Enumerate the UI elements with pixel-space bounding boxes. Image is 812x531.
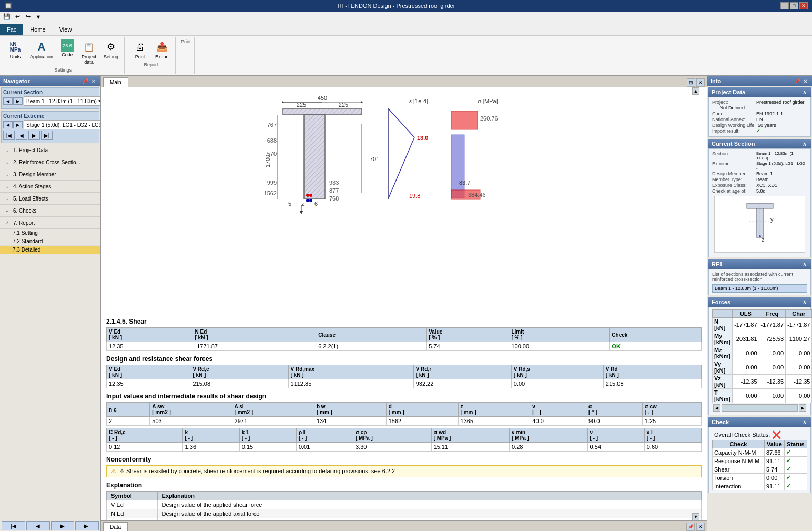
current-section-select[interactable]: Beam 1 - 12.83m (1 - 11.83m) bbox=[24, 96, 101, 106]
it1-d-val: 1562 bbox=[386, 417, 458, 426]
forces-col-blank bbox=[713, 310, 733, 318]
qat-redo[interactable]: ↪ bbox=[23, 13, 33, 21]
forces-mz-label: Mz [kNm] bbox=[713, 346, 733, 360]
forces-my-char: 1100.27 bbox=[786, 332, 812, 346]
it2-k: k[ - ] bbox=[182, 428, 239, 443]
it2-row-1: 0.12 1.36 0.15 0.01 3.30 15.11 0.28 0.54… bbox=[107, 443, 702, 452]
nav-subitem-7-2[interactable]: 7.2 Standard bbox=[0, 237, 100, 246]
application-label: Application bbox=[30, 54, 53, 59]
extreme-first-btn[interactable]: |◀ bbox=[3, 131, 15, 140]
export-button[interactable]: 📤 Export bbox=[152, 38, 172, 61]
nav-last-btn[interactable]: ▶| bbox=[75, 521, 99, 530]
section-prev-button[interactable]: ◀ bbox=[3, 97, 13, 105]
shear-limit: 100.00 bbox=[509, 342, 610, 351]
nav-item-3[interactable]: ⌄ 3. Design Member bbox=[0, 168, 100, 181]
extreme-prev-button[interactable]: ◀ bbox=[3, 121, 13, 128]
tab-view[interactable]: View bbox=[53, 24, 79, 35]
svg-text:z: z bbox=[301, 201, 304, 207]
nav-pin-button[interactable]: 📌 bbox=[82, 77, 89, 85]
qat-save[interactable]: 💾 bbox=[2, 13, 12, 21]
info-close-btn[interactable]: ✕ bbox=[801, 77, 809, 85]
scroll-up-btn[interactable]: ▲ bbox=[692, 87, 699, 95]
forces-n-freq: -1771.87 bbox=[759, 318, 785, 332]
nav-subitem-7-3[interactable]: 7.3 Detailed bbox=[0, 246, 100, 254]
forces-row-n: N [kN] -1771.87 -1771.87 -1771.87 bbox=[713, 318, 812, 332]
dr-row-1: 12.35 215.08 1112.85 932.22 0.00 215.08 bbox=[107, 379, 702, 388]
check-row-shear: Shear 5.74 ✓ bbox=[713, 465, 807, 474]
extreme-next2-btn[interactable]: ▶ bbox=[28, 131, 40, 140]
forces-row-my: My [kNm] 2031.81 725.53 1100.27 bbox=[713, 332, 812, 346]
svg-text:260.76: 260.76 bbox=[480, 115, 498, 122]
nav-item-7[interactable]: ∧ 7. Report bbox=[0, 217, 100, 229]
forces-scroll-right[interactable]: ▶ bbox=[799, 404, 806, 412]
tab-fac[interactable]: Fac bbox=[0, 24, 23, 35]
print-button[interactable]: 🖨 Print bbox=[130, 38, 150, 61]
setting-button[interactable]: ⚙ Setting bbox=[101, 38, 121, 66]
current-extreme-select[interactable]: Stage 1 (5.0d): LG1 - LG2 - LG3 bbox=[24, 120, 101, 129]
qat-dropdown[interactable]: ▼ bbox=[34, 13, 43, 21]
application-button[interactable]: A Application bbox=[27, 38, 56, 66]
check-shear-value: 5.74 bbox=[764, 465, 784, 474]
nav-prev-btn[interactable]: ◀ bbox=[26, 521, 50, 530]
nav-item-1[interactable]: ⌄ 1. Project Data bbox=[0, 144, 100, 156]
qat-undo[interactable]: ↩ bbox=[13, 13, 22, 21]
nav-item-2[interactable]: ⌄ 2. Reinforced Cross-Sectio... bbox=[0, 156, 100, 168]
rf1-beam-entry[interactable]: Beam 1 - 12.83m (1 - 11.83m) bbox=[712, 284, 807, 293]
current-section-collapse[interactable]: ∧ bbox=[800, 140, 808, 147]
forces-collapse[interactable]: ∧ bbox=[800, 298, 808, 306]
bottom-close-btn[interactable]: ✕ bbox=[696, 523, 705, 531]
check-col-check: Check bbox=[713, 440, 765, 448]
nav-close-button[interactable]: ✕ bbox=[90, 77, 97, 85]
ribbon-settings-items: kNMPa Units A Application 25.6 Code 📋 Pr… bbox=[5, 38, 121, 66]
nav-first-btn[interactable]: |◀ bbox=[2, 521, 25, 530]
project-data-collapse[interactable]: ∧ bbox=[800, 88, 808, 96]
tab-main[interactable]: Main bbox=[103, 77, 128, 87]
nav-item-4[interactable]: ⌄ 4. Action Stages bbox=[0, 181, 100, 193]
tab-home[interactable]: Home bbox=[23, 24, 52, 35]
cs-exposure-row: Exposure Class: XC3, XD1 bbox=[712, 183, 807, 188]
forces-scroll-left[interactable]: ◀ bbox=[713, 404, 720, 412]
cs-age-value: 5.0d bbox=[756, 188, 766, 194]
dr-col-vrdr: V Rd,r[ kN ] bbox=[413, 365, 511, 379]
scroll-down-btn[interactable]: ▼ bbox=[692, 513, 699, 520]
data-tab[interactable]: Data bbox=[103, 522, 128, 532]
nav-subitem-7-1[interactable]: 7.1 Setting bbox=[0, 229, 100, 237]
extreme-prev2-btn[interactable]: ◀ bbox=[16, 131, 27, 140]
cs-member-label: Design Member: bbox=[712, 171, 754, 176]
it1-asl-val: 2971 bbox=[232, 417, 314, 426]
tab-close-button[interactable]: ✕ bbox=[696, 78, 705, 87]
section-next-button[interactable]: ▶ bbox=[13, 97, 23, 105]
nav-next-btn[interactable]: ▶ bbox=[51, 521, 75, 530]
forces-vz-freq: -12.35 bbox=[759, 375, 785, 389]
expl-row-ned: N Ed Design value of the applied axial f… bbox=[107, 509, 702, 518]
forces-n-char: -1771.87 bbox=[786, 318, 812, 332]
svg-text:688: 688 bbox=[267, 137, 277, 144]
rf1-collapse[interactable]: ∧ bbox=[800, 261, 808, 268]
it2-crdc-val: 0.12 bbox=[107, 443, 183, 452]
check-response-name: Response N-M-M bbox=[713, 457, 765, 465]
bottom-pin-btn[interactable]: 📌 bbox=[686, 523, 695, 531]
minimize-button[interactable]: ─ bbox=[780, 2, 789, 9]
project-data-button[interactable]: 📋 Projectdata bbox=[79, 38, 99, 66]
check-collapse[interactable]: ∧ bbox=[800, 418, 808, 426]
cs-member-row: Design Member: Beam 1 bbox=[712, 171, 807, 176]
nav-item-5[interactable]: ⌄ 5. Load Effects bbox=[0, 193, 100, 205]
units-button[interactable]: kNMPa Units bbox=[5, 38, 25, 66]
svg-point-48 bbox=[759, 235, 761, 237]
forces-scroll-track[interactable] bbox=[722, 404, 798, 412]
nav-label-3: 3. Design Member bbox=[13, 172, 97, 177]
check-interaction-name: Interaction bbox=[713, 482, 765, 490]
code-button[interactable]: 25.6 Code bbox=[58, 38, 77, 66]
svg-text:767: 767 bbox=[267, 122, 277, 128]
col-ved: V Ed[ kN ] bbox=[107, 328, 192, 342]
nav-item-6[interactable]: ⌄ 6. Checks bbox=[0, 205, 100, 217]
filter-button[interactable]: ⊞ bbox=[687, 78, 695, 87]
life-label: Design Working Life: bbox=[712, 123, 756, 128]
extreme-next-button[interactable]: ▶ bbox=[13, 121, 23, 128]
extreme-last-btn[interactable]: ▶| bbox=[41, 131, 53, 140]
maximize-button[interactable]: □ bbox=[790, 2, 798, 9]
info-pin-btn[interactable]: 📌 bbox=[793, 77, 800, 85]
not-defined-text: ---- Not Defined ---- bbox=[712, 105, 753, 111]
dr-ved: 12.35 bbox=[107, 379, 190, 388]
close-button[interactable]: ✕ bbox=[799, 2, 808, 9]
